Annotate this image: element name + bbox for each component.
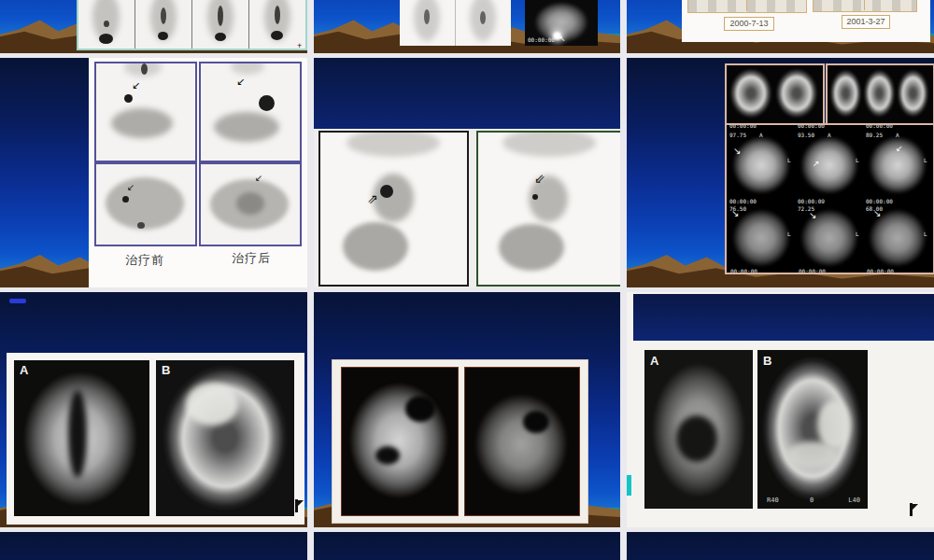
footer-timestamp: 00:00:00 — [730, 269, 757, 274]
caption-before-treatment: 治疗前 — [98, 252, 191, 269]
annotation-arrow-icon: ↗ — [813, 160, 820, 168]
chest-pet-black-frame: ⇗ — [318, 131, 469, 287]
mri-strip-right — [826, 63, 934, 125]
slide-thumbnail-cropped[interactable] — [627, 532, 934, 560]
cell-value: 93.50 — [798, 133, 814, 138]
title-block — [314, 58, 620, 129]
annotation-arrow-icon: ↙ — [896, 145, 903, 153]
lesion-arrow-icon: ↙ — [132, 80, 140, 91]
plane-marker: A — [896, 133, 899, 138]
treatment-image-panel: ↙ ↙ ↙ ↙ 治疗前 治疗后 — [89, 58, 307, 287]
cell-value: 89.25 — [866, 133, 883, 138]
image-label-a: A — [20, 364, 28, 376]
cell-value: 97.75 — [729, 133, 746, 138]
image-label-a: A — [650, 355, 658, 367]
slide-sorter-canvas: + 00:00:00 ↖ — [0, 0, 934, 560]
cell-timestamp: 00:00:00 — [729, 123, 757, 129]
scan-filmstrip — [813, 0, 917, 12]
ruler-right-label: L40 — [848, 497, 860, 504]
cell-timestamp: 00:00:00 — [798, 123, 825, 129]
image-pair-panel: A B — [7, 353, 304, 525]
plane-marker: A — [759, 133, 763, 138]
annotation-arrow-icon: ↘ — [809, 211, 816, 220]
axial-pet-before: ↙ — [94, 162, 197, 246]
wholebody-pet-scan — [135, 0, 191, 49]
spect-cell: 00:00:00 68.00 L ↘ — [864, 198, 931, 270]
slide-template-background — [314, 532, 620, 560]
spect-cell: 00:00:00 93.50 A L ↗ — [796, 126, 863, 198]
lesion-arrow-icon: ↙ — [236, 77, 245, 87]
spect-cell: 00:00:00 89.25 A L ↙ — [864, 126, 931, 198]
slide-thumbnail-treatment-comparison[interactable]: ↙ ↙ ↙ ↙ 治疗前 治疗后 — [0, 58, 307, 287]
ruler-left-label: R40 — [767, 497, 779, 504]
annotation-arrow-icon: ↘ — [873, 209, 881, 218]
pet-quad-image — [77, 0, 307, 50]
cell-timestamp: 00:00:00 — [866, 123, 893, 129]
image-pair-panel — [332, 359, 588, 524]
illegible-title-text — [9, 299, 26, 303]
slide-thumbnail-pet-quad[interactable]: + — [0, 0, 307, 53]
slide-thumbnail-white-spect-mri[interactable]: A B R40 0 L40 — [627, 292, 934, 527]
slide-thumbnail-pet-video[interactable]: 00:00:00 ↖ — [314, 0, 620, 53]
chest-pet-green-frame: ⇙ — [476, 131, 620, 287]
pet-pair-image — [400, 0, 511, 46]
wholebody-pet-scan — [192, 0, 248, 49]
spect-video-frame: 00:00:00 ↖ — [525, 0, 598, 46]
slide-thumbnail-spect-pair[interactable] — [314, 292, 620, 527]
spect-grid-panel: 00:00:00 97.75 A L ↘ 00:00:00 93.50 A L … — [725, 123, 934, 274]
coronal-pet-before: ↙ — [94, 62, 197, 162]
lesion-arrow-icon: ↙ — [255, 174, 262, 183]
spect-brain-image-a: A — [14, 360, 149, 516]
slide-thumbnail-cropped[interactable] — [314, 532, 620, 560]
cell-timestamp: 00:00:09 — [798, 199, 825, 204]
side-marker: L — [924, 158, 927, 163]
image-label-b: B — [763, 355, 771, 367]
teal-edge-accent — [627, 475, 631, 496]
video-timestamp: 00:00:00 — [528, 37, 555, 43]
mri-brain-image-b: B — [156, 360, 294, 516]
footer-timestamp: 00:00:00 — [799, 269, 826, 274]
side-marker: L — [787, 158, 791, 163]
side-marker: L — [787, 231, 791, 237]
annotation-arrow-icon: ↘ — [733, 147, 741, 156]
media-cursor-icon — [910, 503, 913, 516]
coronal-spect-image — [464, 367, 580, 516]
annotation-arrow-icon: ↘ — [731, 209, 739, 218]
media-cursor-icon — [295, 499, 298, 512]
cell-timestamp: 00:00:00 — [729, 199, 757, 204]
wholebody-pet-scan — [456, 0, 511, 46]
spect-cell: 00:00:00 76.50 L ↘ — [728, 198, 795, 270]
slide-thumbnail-dated-comparison[interactable]: 2000-7-13 2001-3-27 — [627, 0, 934, 53]
slide-thumbnail-spect-grid[interactable]: 00:00:00 97.75 A L ↘ 00:00:00 93.50 A L … — [627, 58, 934, 287]
mri-strip-left — [725, 63, 825, 125]
spect-cell: 00:00:00 97.75 A L ↘ — [728, 126, 795, 198]
slide-thumbnail-cropped[interactable] — [0, 532, 307, 560]
ruler-center-label: 0 — [810, 497, 814, 504]
cell-timestamp: 00:00:00 — [866, 199, 893, 204]
slide-thumbnail-chest-pet-pair[interactable]: ⇗ ⇙ — [314, 58, 620, 287]
axial-pet-after: ↙ — [199, 162, 302, 246]
spect-brain-image-a: A — [644, 350, 753, 509]
wholebody-pet-scan — [400, 0, 455, 46]
lesion-arrow-icon: ↙ — [127, 183, 134, 192]
date-label-left: 2000-7-13 — [724, 17, 774, 31]
wholebody-pet-scan — [78, 0, 134, 49]
pointer-cursor-icon: ↖ — [559, 35, 566, 43]
coronal-pet-after: ↙ — [199, 62, 302, 162]
side-marker: L — [856, 158, 859, 163]
title-band — [633, 294, 934, 341]
caption-after-treatment: 治疗后 — [205, 250, 298, 267]
comparison-panel: 2000-7-13 2001-3-27 — [682, 0, 930, 42]
lesion-arrow-icon: ⇙ — [534, 172, 545, 185]
plus-cursor-icon: + — [297, 41, 302, 50]
slide-thumbnail-spect-mri-pair[interactable]: A B — [0, 292, 307, 527]
spect-cell: 00:00:09 72.25 L ↘ — [796, 198, 863, 270]
slide-template-background — [627, 532, 934, 560]
plane-marker: A — [828, 133, 831, 138]
image-label-b: B — [162, 364, 170, 376]
side-marker: L — [924, 231, 927, 237]
footer-timestamp: 00:00:00 — [867, 269, 894, 274]
scan-filmstrip — [687, 0, 807, 13]
slide-template-background — [0, 532, 307, 560]
lesion-arrow-icon: ⇗ — [367, 192, 378, 205]
